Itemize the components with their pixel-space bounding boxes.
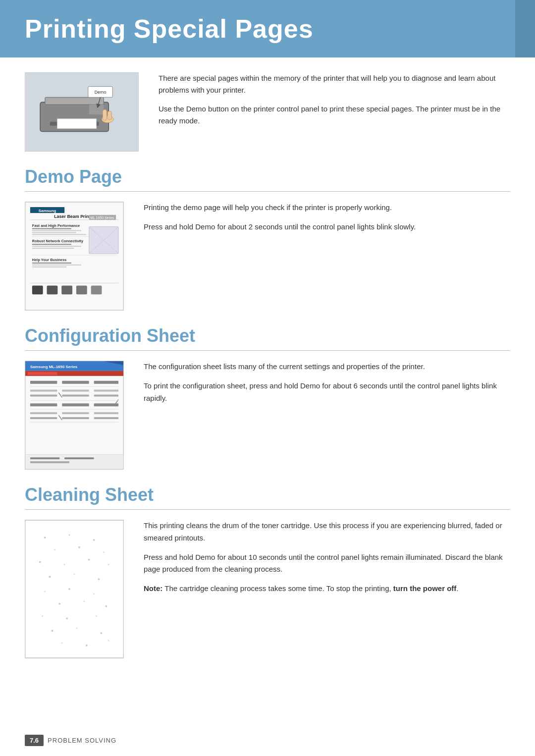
config-sheet-paragraph-1: The configuration sheet lists many of th…	[144, 361, 510, 373]
config-sheet-paragraph-2: To print the configuration sheet, press …	[144, 380, 510, 405]
cleaning-sheet-section: Cleaning Sheet	[0, 485, 535, 658]
cleaning-sheet-paragraph-1: This printing cleans the drum of the ton…	[144, 520, 510, 544]
demo-page-image: Samsung Laser Beam Printer ML 1650 Serie…	[25, 202, 124, 311]
config-sheet-illustration: Samsung ML-1650 Series	[25, 361, 123, 469]
intro-illustration: Demo	[25, 73, 138, 151]
svg-text:Demo: Demo	[95, 90, 107, 95]
svg-point-84	[103, 551, 105, 553]
svg-rect-37	[32, 285, 43, 294]
svg-rect-71	[62, 417, 89, 419]
demo-page-section: Demo Page Samsung Laser Beam Printer ML …	[0, 166, 535, 311]
intro-paragraph-1: There are special pages within the memor…	[159, 72, 510, 96]
svg-rect-34	[32, 263, 71, 264]
demo-page-divider	[25, 191, 510, 192]
cleaning-sheet-heading: Cleaning Sheet	[25, 485, 510, 505]
svg-point-104	[61, 642, 63, 644]
svg-rect-4	[89, 105, 104, 114]
cleaning-sheet-note-label: Note:	[144, 584, 162, 593]
svg-point-98	[42, 615, 43, 617]
demo-page-text: Printing the demo page will help you che…	[144, 202, 510, 240]
svg-point-102	[76, 628, 77, 629]
footer: 7.6 Problem Solving	[25, 735, 510, 746]
svg-rect-21	[32, 230, 81, 231]
svg-rect-20	[32, 228, 71, 229]
footer-badge: 7.6	[25, 735, 44, 746]
config-sheet-heading: Configuration Sheet	[25, 325, 510, 346]
config-sheet-section: Configuration Sheet Samsung ML-1650 Seri…	[0, 325, 535, 470]
svg-rect-23	[32, 234, 86, 235]
svg-rect-64	[94, 403, 119, 406]
svg-rect-39	[61, 285, 72, 294]
demo-page-illustration: Samsung Laser Beam Printer ML 1650 Serie…	[25, 202, 123, 310]
svg-point-86	[64, 564, 65, 565]
cleaning-sheet-divider	[25, 509, 510, 510]
svg-point-91	[98, 578, 100, 580]
svg-rect-76	[64, 457, 94, 459]
svg-text:Fast and High Performance: Fast and High Performance	[32, 223, 80, 228]
svg-rect-43	[25, 361, 123, 469]
svg-point-83	[78, 546, 80, 548]
svg-point-93	[68, 588, 70, 590]
cleaning-sheet-text: This printing cleans the drum of the ton…	[144, 520, 510, 602]
config-sheet-text: The configuration sheet lists many of th…	[144, 361, 510, 411]
intro-text: There are special pages within the memor…	[159, 72, 510, 134]
svg-rect-40	[76, 285, 87, 294]
config-sheet-content: Samsung ML-1650 Series	[25, 361, 510, 470]
svg-rect-75	[30, 457, 59, 459]
svg-rect-49	[30, 381, 57, 384]
svg-rect-66	[30, 412, 57, 414]
svg-point-81	[93, 539, 95, 541]
svg-rect-62	[30, 403, 57, 406]
svg-rect-63	[62, 403, 89, 406]
svg-rect-72	[94, 417, 119, 419]
svg-point-90	[74, 574, 75, 575]
svg-point-96	[83, 600, 85, 602]
svg-rect-2	[45, 97, 104, 105]
cleaning-sheet-note-end: .	[456, 584, 458, 593]
page: Printing Special Pages Demo	[0, 0, 535, 756]
intro-image: Demo	[25, 72, 139, 152]
svg-rect-58	[62, 394, 89, 396]
svg-rect-51	[94, 381, 119, 384]
svg-point-88	[108, 564, 109, 565]
svg-point-94	[93, 593, 95, 594]
cleaning-sheet-illustration	[25, 520, 123, 658]
intro-block: Demo There are special pages within the …	[0, 72, 535, 152]
svg-rect-48	[28, 372, 57, 375]
svg-rect-38	[47, 285, 58, 294]
cleaning-sheet-content: This printing cleans the drum of the ton…	[25, 520, 510, 658]
intro-paragraph-2: Use the Demo button on the printer contr…	[159, 103, 510, 127]
svg-point-97	[105, 605, 107, 607]
svg-text:ML 1650 Series: ML 1650 Series	[90, 216, 114, 219]
svg-rect-41	[91, 285, 102, 294]
config-sheet-image: Samsung ML-1650 Series	[25, 361, 124, 470]
svg-rect-54	[62, 390, 89, 392]
header-banner: Printing Special Pages	[0, 0, 535, 57]
cleaning-sheet-paragraph-2: Press and hold Demo for about 10 seconds…	[144, 551, 510, 576]
svg-rect-59	[94, 394, 119, 396]
svg-rect-27	[32, 246, 81, 247]
svg-rect-26	[32, 244, 71, 245]
svg-rect-53	[30, 390, 57, 392]
svg-point-105	[86, 645, 88, 647]
svg-rect-55	[94, 390, 119, 392]
svg-point-92	[44, 591, 46, 592]
demo-page-paragraph-2: Press and hold Demo for about 2 seconds …	[144, 221, 510, 233]
svg-rect-67	[62, 412, 89, 414]
svg-rect-68	[94, 412, 119, 414]
svg-rect-10	[107, 111, 111, 120]
svg-text:Help Your Business: Help Your Business	[32, 258, 66, 262]
svg-point-79	[44, 537, 46, 539]
svg-text:Samsung ML-1650 Series: Samsung ML-1650 Series	[30, 365, 78, 369]
svg-point-100	[96, 615, 97, 617]
svg-rect-36	[32, 267, 66, 268]
svg-rect-22	[32, 232, 76, 233]
svg-rect-78	[25, 520, 123, 657]
svg-point-103	[100, 632, 102, 634]
svg-point-85	[39, 561, 41, 563]
svg-point-87	[88, 559, 90, 561]
svg-rect-28	[32, 248, 74, 249]
svg-text:Laser Beam Printer: Laser Beam Printer	[54, 214, 95, 219]
svg-rect-11	[57, 119, 97, 129]
svg-rect-50	[62, 381, 89, 384]
